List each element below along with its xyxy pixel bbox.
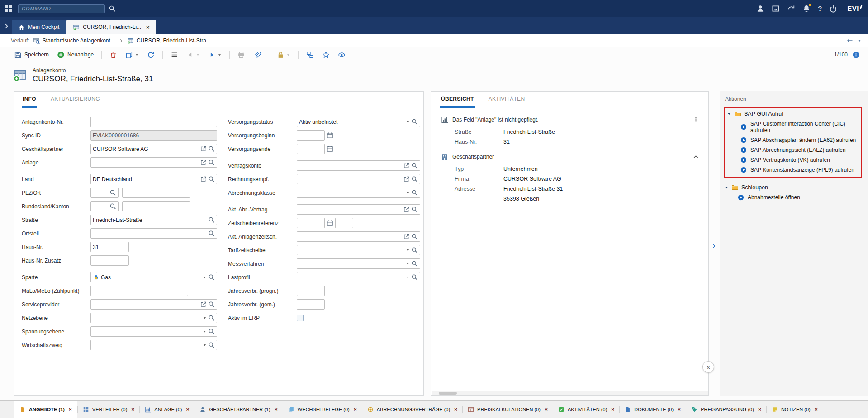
bottom-tab-angebote[interactable]: ANGEBOTE (1) (14, 401, 77, 418)
open-record-icon[interactable] (403, 206, 410, 213)
open-record-icon[interactable] (200, 159, 207, 166)
calendar-icon[interactable] (327, 146, 333, 152)
close-tab-icon[interactable] (611, 406, 614, 413)
bundesland-name-input[interactable] (124, 203, 188, 210)
power-logout-icon[interactable] (829, 5, 837, 13)
aktiv-im-erp-checkbox[interactable] (297, 315, 304, 321)
bottom-tab-dokumente[interactable]: DOKUMENTE (0) (620, 401, 686, 418)
serviceprovider-field[interactable] (90, 299, 217, 310)
assign-button[interactable] (303, 50, 317, 60)
messverfahren-input[interactable] (299, 261, 404, 267)
search-icon[interactable] (109, 189, 116, 196)
ort-field[interactable] (122, 188, 190, 198)
collapse-section-icon[interactable] (693, 154, 699, 160)
bottom-tab-verteiler[interactable]: VERTEILER (0) (78, 401, 139, 418)
bottom-tab-notizen[interactable]: NOTIZEN (0) (767, 401, 823, 418)
netzebene-input[interactable] (93, 315, 201, 321)
delete-button[interactable] (106, 50, 120, 60)
land-field[interactable] (90, 174, 217, 184)
calendar-icon[interactable] (327, 132, 333, 139)
search-icon[interactable] (208, 176, 215, 183)
notifications-bell-icon[interactable] (802, 5, 811, 13)
new-record-button[interactable]: Neuanlage (54, 50, 97, 60)
bundesland-name-field[interactable] (122, 201, 190, 211)
attachment-button[interactable] (250, 50, 264, 60)
collapse-group-icon[interactable] (724, 185, 729, 190)
horizontal-scrollbar[interactable] (432, 391, 708, 395)
scrollbar-thumb[interactable] (439, 392, 457, 395)
dropdown-icon[interactable] (406, 262, 410, 266)
zeitscheibenreferenz-zusatz-field[interactable] (335, 218, 353, 228)
abrechnungsklasse-field[interactable] (297, 188, 420, 198)
close-tab-icon[interactable] (69, 406, 72, 413)
tab-mein-cockpit[interactable]: Mein Cockpit (12, 20, 66, 34)
spannungsebene-input[interactable] (93, 329, 201, 335)
open-record-icon[interactable] (403, 233, 410, 240)
action-group-header[interactable]: SAP GUI Aufruf (727, 109, 859, 119)
bottom-tab-anlage[interactable]: ANLAGE (0) (140, 401, 194, 418)
zeitscheibenreferenz-field[interactable] (297, 218, 325, 228)
history-item-search[interactable]: Standardsuche Anlagenkont... (33, 38, 115, 44)
dropdown-icon[interactable] (406, 191, 410, 195)
forward-dropdown-icon[interactable] (218, 53, 222, 57)
save-button[interactable]: Speichern (11, 50, 52, 60)
ortsteil-input[interactable] (93, 230, 207, 237)
open-record-icon[interactable] (403, 176, 410, 183)
land-input[interactable] (93, 176, 199, 183)
search-icon[interactable] (208, 328, 215, 335)
akt-anlagenzeitsch-input[interactable] (299, 234, 402, 240)
bottom-tab-aktivitaeten[interactable]: AKTIVITÄTEN (0) (553, 401, 619, 418)
anlagenkonto-nr-field[interactable] (90, 117, 217, 127)
akt-anlagenzeitsch-field[interactable] (297, 231, 420, 242)
lock-button[interactable] (274, 50, 294, 60)
tab-aktivitaeten[interactable]: AKTIVITÄTEN (488, 92, 526, 108)
wirtschaftszweig-field[interactable] (90, 340, 217, 350)
print-button[interactable] (234, 50, 248, 60)
dropdown-icon[interactable] (203, 329, 207, 333)
ortsteil-field[interactable] (90, 228, 217, 239)
search-icon[interactable] (208, 216, 215, 223)
tab-info[interactable]: INFO (22, 92, 37, 108)
action-item-sap-cic[interactable]: SAP Customer Interaction Center (CIC) au… (727, 119, 859, 135)
inbox-tray-icon[interactable] (772, 5, 780, 13)
abrechnungsklasse-input[interactable] (299, 190, 404, 196)
dropdown-icon[interactable] (203, 275, 207, 279)
apps-icon[interactable] (5, 5, 13, 13)
sparte-input[interactable] (101, 274, 201, 281)
wirtschaftszweig-input[interactable] (93, 342, 201, 348)
anlage-input[interactable] (93, 160, 199, 166)
search-icon[interactable] (411, 162, 418, 169)
search-icon[interactable] (208, 146, 215, 152)
history-dropdown-icon[interactable] (857, 38, 862, 43)
jahresverbr-gem-input[interactable] (299, 301, 323, 308)
search-icon[interactable] (208, 159, 215, 166)
help-icon[interactable]: ? (818, 5, 822, 12)
dropdown-icon[interactable] (203, 316, 207, 320)
action-item-abnahmestelle[interactable]: Abnahmestelle öffnen (724, 193, 863, 202)
search-icon[interactable] (208, 315, 215, 321)
lastprofil-input[interactable] (299, 274, 404, 281)
action-item-sap-abrechnungssicht[interactable]: SAP Abrechnungssicht (EALZ) aufrufen (727, 145, 859, 155)
sparte-field[interactable] (90, 272, 217, 282)
back-dropdown-icon[interactable] (196, 53, 200, 57)
vertragskonto-input[interactable] (299, 163, 402, 169)
search-icon[interactable] (411, 118, 418, 125)
strasse-field[interactable] (90, 215, 217, 225)
rechnungsempf-input[interactable] (299, 176, 402, 183)
search-icon[interactable] (411, 274, 418, 281)
akt-abr-vertrag-field[interactable] (297, 204, 420, 215)
dropdown-icon[interactable] (203, 343, 207, 347)
versorgungsbeginn-input[interactable] (299, 132, 323, 139)
versorgungsstatus-field[interactable] (297, 117, 420, 127)
navigate-forward-button[interactable] (205, 50, 225, 60)
open-record-icon[interactable] (403, 162, 410, 169)
tab-list-expander-icon[interactable] (3, 23, 10, 30)
geschaeftspartner-field[interactable] (90, 144, 217, 154)
bundesland-code-input[interactable] (93, 203, 108, 210)
close-tab-icon[interactable] (131, 406, 134, 413)
haus-nr-zusatz-input[interactable] (93, 258, 127, 264)
jahresverbr-gem-field[interactable] (297, 299, 325, 310)
close-tab-icon[interactable] (146, 24, 150, 31)
collapse-panel-button[interactable] (702, 361, 714, 373)
open-record-icon[interactable] (200, 146, 207, 152)
